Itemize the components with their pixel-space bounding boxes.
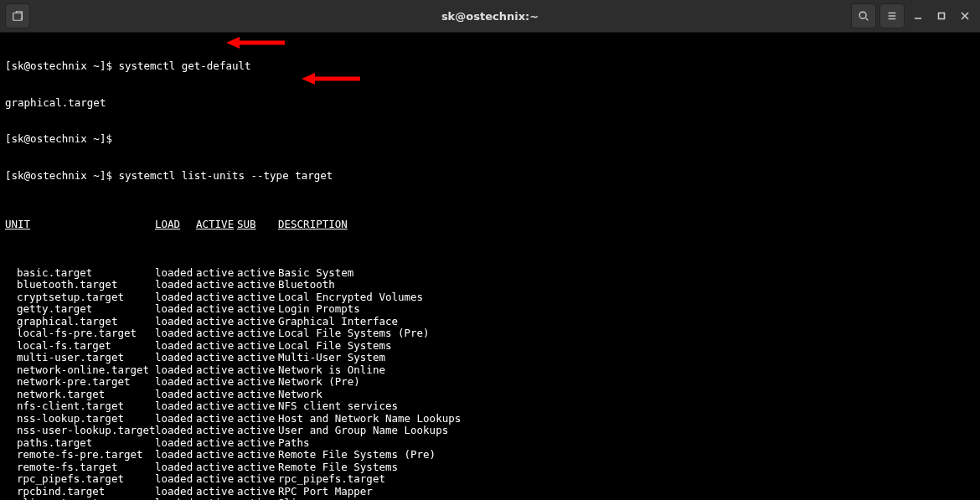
cell-active: active xyxy=(196,327,237,340)
row-indent: rpc_pipefs.target xyxy=(5,473,155,486)
cell-active: active xyxy=(196,461,237,474)
row-indent: nfs-client.target xyxy=(5,400,155,413)
cell-active: active xyxy=(196,425,237,437)
cell-active: active xyxy=(196,400,237,413)
cell-sub: active xyxy=(237,437,278,450)
table-header: UNITLOADACTIVESUBDESCRIPTION xyxy=(5,219,975,231)
cell-load: loaded xyxy=(155,279,196,291)
cell-desc: Host and Network Name Lookups xyxy=(278,413,461,425)
cell-unit: getty.target xyxy=(17,303,155,316)
search-button[interactable] xyxy=(851,3,876,28)
cell-desc: Bluetooth xyxy=(278,279,335,291)
svg-rect-7 xyxy=(939,13,945,19)
cell-unit: multi-user.target xyxy=(17,352,155,364)
row-indent: rpcbind.target xyxy=(5,486,155,498)
new-tab-button[interactable] xyxy=(5,3,30,28)
cell-load: loaded xyxy=(155,340,196,353)
cell-unit: nss-lookup.target xyxy=(17,413,155,425)
cell-sub: active xyxy=(237,473,278,486)
cell-desc: NFS client services xyxy=(278,400,398,413)
table-row: cryptsetup.targetloadedactiveactiveLocal… xyxy=(5,291,975,304)
cell-sub: active xyxy=(237,267,278,280)
cell-sub: active xyxy=(237,291,278,304)
cell-sub: active xyxy=(237,413,278,425)
header-unit: UNIT xyxy=(5,219,155,231)
row-indent: network.target xyxy=(5,389,155,401)
table-row: network-pre.targetloadedactiveactiveNetw… xyxy=(5,376,975,389)
window-title: sk@ostechnix:~ xyxy=(0,10,980,23)
table-row: getty.targetloadedactiveactiveLogin Prom… xyxy=(5,303,975,316)
svg-point-1 xyxy=(859,12,866,18)
cell-sub: active xyxy=(237,340,278,353)
cell-desc: Paths xyxy=(278,437,310,450)
command-2: systemctl list-units --type target xyxy=(118,169,333,182)
cell-desc: Login Prompts xyxy=(278,303,360,316)
cell-unit: basic.target xyxy=(17,267,155,280)
row-indent: basic.target xyxy=(5,267,155,280)
terminal-body[interactable]: [sk@ostechnix ~]$ systemctl get-default … xyxy=(0,33,980,500)
cell-sub: active xyxy=(237,425,278,437)
cell-unit: paths.target xyxy=(17,437,155,450)
cell-load: loaded xyxy=(155,291,196,304)
cell-desc: Multi-User System xyxy=(278,352,385,364)
table-row: remote-fs-pre.targetloadedactiveactiveRe… xyxy=(5,449,975,461)
menu-button[interactable] xyxy=(879,3,905,28)
table-row: network-online.targetloadedactiveactiveN… xyxy=(5,364,975,377)
cell-unit: cryptsetup.target xyxy=(17,291,155,304)
row-indent: nss-lookup.target xyxy=(5,413,155,425)
cell-sub: active xyxy=(237,303,278,316)
cell-desc: User and Group Name Lookups xyxy=(278,425,448,437)
close-button[interactable] xyxy=(955,6,975,26)
cell-desc: Basic System xyxy=(278,267,353,280)
cell-unit: graphical.target xyxy=(17,316,155,328)
cell-active: active xyxy=(196,303,237,316)
titlebar: sk@ostechnix:~ xyxy=(0,0,980,33)
cell-desc: Local File Systems (Pre) xyxy=(278,327,430,340)
table-rows: basic.targetloadedactiveactiveBasic Syst… xyxy=(5,267,975,501)
cell-active: active xyxy=(196,267,237,280)
table-row: rpcbind.targetloadedactiveactiveRPC Port… xyxy=(5,486,975,498)
cell-load: loaded xyxy=(155,352,196,364)
cell-load: loaded xyxy=(155,400,196,413)
table-row: basic.targetloadedactiveactiveBasic Syst… xyxy=(5,267,975,280)
cell-desc: Network (Pre) xyxy=(278,376,360,389)
output-1: graphical.target xyxy=(5,97,975,110)
cell-unit: network-pre.target xyxy=(17,376,155,389)
row-indent: local-fs.target xyxy=(5,340,155,353)
cell-load: loaded xyxy=(155,327,196,340)
cell-desc: Remote File Systems xyxy=(278,461,398,474)
prompt-line-2: [sk@ostechnix ~]$ xyxy=(5,133,975,146)
svg-marker-11 xyxy=(226,37,240,49)
cell-active: active xyxy=(196,389,237,401)
cell-load: loaded xyxy=(155,486,196,498)
table-row: local-fs.targetloadedactiveactiveLocal F… xyxy=(5,340,975,353)
cell-unit: rpc_pipefs.target xyxy=(17,473,155,486)
cell-sub: active xyxy=(237,364,278,377)
cell-load: loaded xyxy=(155,473,196,486)
cell-sub: active xyxy=(237,352,278,364)
header-sub: SUB xyxy=(237,219,278,231)
cell-load: loaded xyxy=(155,267,196,280)
cell-unit: bluetooth.target xyxy=(17,279,155,291)
maximize-button[interactable] xyxy=(931,6,952,26)
terminal-window: sk@ostechnix:~ xyxy=(0,0,980,500)
cell-active: active xyxy=(196,486,237,498)
cell-load: loaded xyxy=(155,376,196,389)
table-row: paths.targetloadedactiveactivePaths xyxy=(5,437,975,450)
cell-unit: rpcbind.target xyxy=(17,486,155,498)
minimize-button[interactable] xyxy=(908,6,928,26)
cell-sub: active xyxy=(237,449,278,461)
table-row: rpc_pipefs.targetloadedactiveactiverpc_p… xyxy=(5,473,975,486)
annotation-arrow-1 xyxy=(226,35,285,50)
cell-sub: active xyxy=(237,327,278,340)
cell-desc: Local File Systems xyxy=(278,340,391,353)
row-indent: network-pre.target xyxy=(5,376,155,389)
row-indent: network-online.target xyxy=(5,364,155,377)
cell-sub: active xyxy=(237,486,278,498)
row-indent: paths.target xyxy=(5,437,155,450)
cell-desc: Remote File Systems (Pre) xyxy=(278,449,436,461)
cell-active: active xyxy=(196,473,237,486)
prompt-line-3: [sk@ostechnix ~]$ systemctl list-units -… xyxy=(5,170,975,183)
cell-sub: active xyxy=(237,279,278,291)
cell-load: loaded xyxy=(155,364,196,377)
